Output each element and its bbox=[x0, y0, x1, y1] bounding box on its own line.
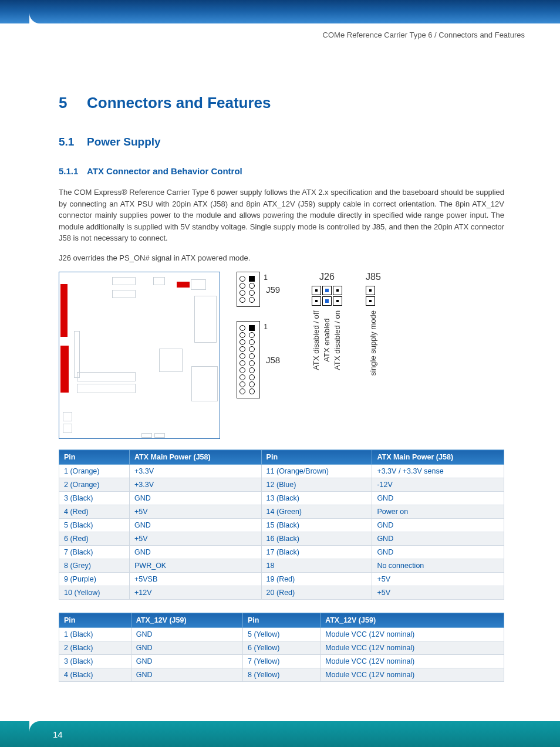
table-cell: GND bbox=[372, 492, 504, 505]
subsection-number: 5.1.1 bbox=[59, 166, 87, 176]
table-cell: Module VCC (12V nominal) bbox=[321, 668, 504, 682]
table-cell: 8 (Yellow) bbox=[243, 668, 321, 682]
table-cell: 17 (Black) bbox=[261, 546, 372, 559]
j85-block: J85 single supply mode bbox=[366, 272, 381, 376]
table-row: 4 (Red)+5V14 (Green)Power on bbox=[59, 505, 504, 519]
pin1-mark: 1 bbox=[264, 273, 268, 282]
t2-h3: ATX_12V (J59) bbox=[321, 613, 504, 628]
j59-connector: 1 bbox=[237, 272, 260, 307]
table-cell: Module VCC (12V nominal) bbox=[321, 641, 504, 655]
table-cell: GND bbox=[372, 532, 504, 546]
table-cell: 8 (Grey) bbox=[59, 559, 130, 573]
table-cell: 4 (Red) bbox=[59, 505, 130, 519]
atx-12v-table: Pin ATX_12V (J59) Pin ATX_12V (J59) 1 (B… bbox=[59, 613, 504, 682]
table-row: 5 (Black)GND15 (Black)GND bbox=[59, 519, 504, 532]
table-cell: 20 (Red) bbox=[261, 586, 372, 600]
j26-opt-2: ATX disabled / on bbox=[333, 310, 342, 370]
table-row: 3 (Black)GND7 (Yellow)Module VCC (12V no… bbox=[59, 655, 504, 668]
table-row: 3 (Black)GND13 (Black)GND bbox=[59, 492, 504, 505]
table-cell: Power on bbox=[372, 505, 504, 519]
table-cell: 3 (Black) bbox=[59, 492, 130, 505]
table-cell: 13 (Black) bbox=[261, 492, 372, 505]
table-cell: GND bbox=[131, 668, 242, 682]
table-row: 1 (Black)GND5 (Yellow)Module VCC (12V no… bbox=[59, 628, 504, 641]
table-cell: GND bbox=[130, 519, 262, 532]
header-bar bbox=[29, 0, 560, 23]
t1-h0: Pin bbox=[59, 450, 130, 465]
j58-label: J58 bbox=[266, 355, 280, 365]
subsection-title: ATX Connector and Behavior Control bbox=[87, 166, 242, 176]
table-cell: 16 (Black) bbox=[261, 532, 372, 546]
table-cell: 5 (Yellow) bbox=[243, 628, 321, 641]
chapter-heading: 5Connectors and Features bbox=[59, 94, 504, 112]
table-cell: +5V bbox=[130, 532, 262, 546]
table-cell: +5V bbox=[372, 586, 504, 600]
figure-row: 1 J59 1 bbox=[59, 272, 504, 439]
table-cell: GND bbox=[130, 492, 262, 505]
page-number: 14 bbox=[53, 729, 63, 739]
atx-main-power-table: Pin ATX Main Power (J58) Pin ATX Main Po… bbox=[59, 449, 504, 600]
table-row: 1 (Orange)+3.3V11 (Orange/Brown)+3.3V / … bbox=[59, 465, 504, 478]
j85-label: J85 bbox=[366, 272, 381, 282]
table-cell: +12V bbox=[130, 586, 262, 600]
table-cell: +3.3V bbox=[130, 465, 262, 478]
t2-h2: Pin bbox=[243, 613, 321, 628]
table-cell: GND bbox=[372, 519, 504, 532]
table-row: 2 (Black)GND6 (Yellow)Module VCC (12V no… bbox=[59, 641, 504, 655]
table-cell: 18 bbox=[261, 559, 372, 573]
table-cell: GND bbox=[130, 546, 262, 559]
table-cell: GND bbox=[131, 655, 242, 668]
table-cell: 5 (Black) bbox=[59, 519, 130, 532]
table-cell: 2 (Orange) bbox=[59, 478, 130, 492]
section-number: 5.1 bbox=[59, 136, 87, 148]
t2-h1: ATX_12V (J59) bbox=[131, 613, 242, 628]
table-cell: 3 (Black) bbox=[59, 655, 131, 668]
table-cell: -12V bbox=[372, 478, 504, 492]
subsection-heading: 5.1.1ATX Connector and Behavior Control bbox=[59, 166, 504, 176]
table-cell: 7 (Yellow) bbox=[243, 655, 321, 668]
body-paragraph-2: J26 overrides the PS_ON# signal in ATX p… bbox=[59, 252, 504, 264]
table-cell: 15 (Black) bbox=[261, 519, 372, 532]
table-cell: PWR_OK bbox=[130, 559, 262, 573]
table-cell: 10 (Yellow) bbox=[59, 586, 130, 600]
table-cell: No connection bbox=[372, 559, 504, 573]
table-cell: 9 (Purple) bbox=[59, 573, 130, 586]
pcb-diagram bbox=[59, 272, 220, 439]
table-cell: GND bbox=[131, 628, 242, 641]
t2-h0: Pin bbox=[59, 613, 131, 628]
table-cell: Module VCC (12V nominal) bbox=[321, 628, 504, 641]
j59-label: J59 bbox=[266, 285, 280, 295]
j26-opt-0: ATX disabled / off bbox=[312, 310, 321, 370]
t1-h2: Pin bbox=[261, 450, 372, 465]
table-cell: 7 (Black) bbox=[59, 546, 130, 559]
table-cell: 11 (Orange/Brown) bbox=[261, 465, 372, 478]
table-row: 2 (Orange)+3.3V12 (Blue)-12V bbox=[59, 478, 504, 492]
j26-label: J26 bbox=[312, 272, 342, 282]
body-paragraph-1: The COM Express® Reference Carrier Type … bbox=[59, 187, 504, 244]
table-cell: 2 (Black) bbox=[59, 641, 131, 655]
table-cell: +3.3V / +3.3V sense bbox=[372, 465, 504, 478]
table-cell: GND bbox=[372, 546, 504, 559]
table-cell: Module VCC (12V nominal) bbox=[321, 655, 504, 668]
j26-block: J26 ATX disabled / off ATX enabled ATX d… bbox=[312, 272, 342, 370]
table-row: 8 (Grey)PWR_OK18No connection bbox=[59, 559, 504, 573]
table-row: 7 (Black)GND17 (Black)GND bbox=[59, 546, 504, 559]
table-cell: 1 (Orange) bbox=[59, 465, 130, 478]
table-cell: 6 (Yellow) bbox=[243, 641, 321, 655]
table-cell: 14 (Green) bbox=[261, 505, 372, 519]
chapter-number: 5 bbox=[59, 94, 87, 112]
table-cell: +5V bbox=[372, 573, 504, 586]
table-cell: +5VSB bbox=[130, 573, 262, 586]
pin1-mark-b: 1 bbox=[264, 323, 268, 331]
j85-opt: single supply mode bbox=[369, 310, 377, 376]
j58-connector: 1 bbox=[237, 321, 260, 398]
table-cell: +5V bbox=[130, 505, 262, 519]
page-content: 5Connectors and Features 5.1Power Supply… bbox=[0, 23, 560, 682]
j26-opt-1: ATX enabled bbox=[323, 310, 331, 370]
connector-column: 1 J59 1 bbox=[237, 272, 260, 398]
section-heading: 5.1Power Supply bbox=[59, 136, 504, 148]
table-row: 10 (Yellow)+12V20 (Red)+5V bbox=[59, 586, 504, 600]
table-cell: 6 (Red) bbox=[59, 532, 130, 546]
t1-h1: ATX Main Power (J58) bbox=[130, 450, 262, 465]
table-row: 9 (Purple)+5VSB19 (Red)+5V bbox=[59, 573, 504, 586]
